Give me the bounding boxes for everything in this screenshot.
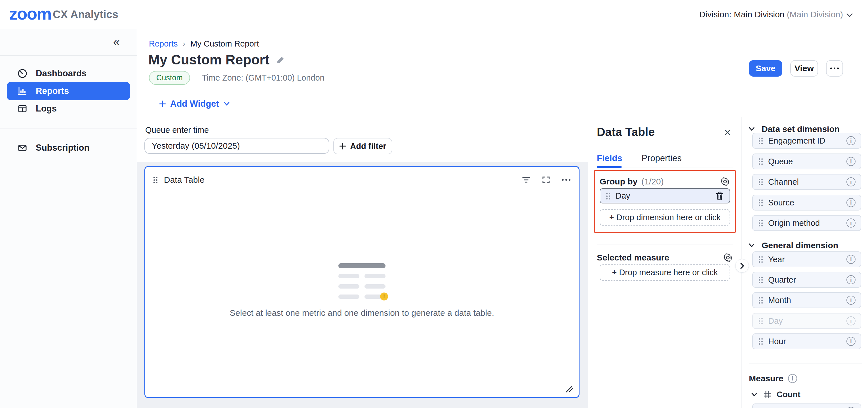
gauge-icon [17,67,28,80]
dimension-chip-month[interactable]: Month i [752,292,861,308]
general-dimension-label: General dimension [762,241,838,250]
info-icon[interactable]: i [846,177,856,186]
chevron-down-icon [748,127,755,132]
info-icon[interactable]: i [846,136,856,145]
dimension-chip-queue[interactable]: Queue i [752,154,861,169]
tab-active-indicator [597,166,622,168]
dimension-chip-quarter[interactable]: Quarter i [752,272,861,288]
widget-title: Data Table [164,175,205,185]
chip-label: Hour [768,337,786,346]
drag-handle-icon [758,256,763,263]
drop-dimension-zone[interactable]: + Drop dimension here or click [600,210,730,226]
resize-handle-icon[interactable] [564,384,574,394]
skeleton-bar-dark [338,263,385,268]
chip-label: Queue [768,157,793,166]
dimension-chip-engagement-id[interactable]: Engagement ID i [752,133,861,149]
trash-icon[interactable] [715,191,724,201]
add-filter-label: Add filter [350,142,386,151]
measure-label: Measure [749,374,783,383]
drag-handle-icon [758,219,763,227]
sidebar-item-dashboards[interactable]: Dashboards [7,64,130,83]
info-icon[interactable]: i [846,296,856,305]
sidebar-collapse-icon[interactable]: « [113,36,120,48]
breadcrumb-current: My Custom Report [190,39,259,49]
drop-measure-zone[interactable]: + Drop measure here or click [600,264,730,281]
more-options-button[interactable] [826,60,843,76]
data-table-widget[interactable]: Data Table ! Select at least one metric … [144,166,580,398]
chevron-down-icon [845,12,854,18]
zoom-logo: zoom [9,4,51,24]
info-icon[interactable]: i [846,157,856,166]
info-icon[interactable]: i [846,337,856,346]
dimension-chip-origin-method[interactable]: Origin method i [752,215,861,231]
view-button[interactable]: View [790,60,818,76]
page-meta-row: Custom Time Zone: (GMT+01:00) London [149,71,324,85]
panel-title: Data Table [597,125,655,139]
plus-icon [339,143,346,150]
measure-group-count[interactable]: Count [750,390,801,399]
chip-label: Year [768,255,785,264]
chip-label: Day [768,316,783,326]
save-button[interactable]: Save [749,60,782,76]
measure-header: Measure i [749,374,797,383]
plus-icon [159,100,166,107]
drag-handle-icon [758,338,763,345]
envelope-icon [17,142,28,154]
tab-properties[interactable]: Properties [642,153,682,168]
info-icon[interactable]: i [846,218,856,227]
drag-handle-icon[interactable] [606,192,611,200]
dataset-dimension-label: Data set dimension [762,124,840,134]
dimension-chip-year[interactable]: Year i [752,251,861,267]
chip-label: Channel [768,177,799,187]
timezone-label: Time Zone: (GMT+01:00) London [202,73,324,83]
info-icon[interactable]: i [846,255,856,264]
add-widget-label: Add Widget [170,99,219,109]
edit-pencil-icon[interactable] [276,55,285,65]
logo-divider [46,8,46,21]
group-by-count: (1/20) [641,177,663,186]
sidebar-item-subscription[interactable]: Subscription [7,139,130,157]
chevron-down-icon [223,101,230,106]
breadcrumb-reports-link[interactable]: Reports [149,39,178,49]
general-dimension-header[interactable]: General dimension [748,241,838,250]
sidebar-item-logs[interactable]: Logs [7,100,130,118]
division-label: Division: Main Division [699,10,784,19]
measure-chip-queue-offered[interactable]: Queue offered i [752,404,861,408]
drag-handle-icon[interactable] [153,176,158,184]
sidebar-item-label: Dashboards [36,68,87,79]
panel-collapse-button[interactable] [735,259,749,273]
dataset-dimension-header[interactable]: Data set dimension [748,124,840,134]
app-header: zoom CX Analytics Division: Main Divisio… [0,0,868,29]
expand-icon[interactable] [542,176,550,184]
chevron-down-icon [748,243,755,248]
widget-header: Data Table [153,174,571,186]
sidebar-divider [0,128,137,129]
gear-icon[interactable] [720,177,730,187]
gear-icon[interactable] [723,253,733,263]
chip-label: Quarter [768,275,796,285]
empty-state-graphic: ! [338,263,385,299]
info-icon[interactable]: i [846,198,856,207]
close-icon[interactable]: × [724,127,731,138]
group-by-day-chip[interactable]: Day [600,188,730,203]
dimension-chip-hour[interactable]: Hour i [752,334,861,349]
dimension-chip-source[interactable]: Source i [752,195,861,211]
info-icon[interactable]: i [846,275,856,284]
ellipsis-icon[interactable] [562,179,571,181]
add-filter-button[interactable]: Add filter [333,138,392,154]
day-chip-label: Day [616,191,630,200]
group-by-header: Group by (1/20) [600,177,730,187]
sidebar-item-reports[interactable]: Reports [7,82,130,100]
warning-badge: ! [380,292,388,301]
date-range-input[interactable]: Yesterday (05/10/2025) [144,138,329,154]
add-widget-button[interactable]: Add Widget [159,99,230,109]
sidebar: « Dashboards Reports Logs Subscription D… [0,29,137,408]
drag-handle-icon [758,296,763,304]
info-icon[interactable]: i [846,407,856,408]
drag-handle-icon [758,317,763,324]
dimension-chip-channel[interactable]: Channel i [752,174,861,190]
info-icon[interactable]: i [788,374,797,383]
chevron-down-icon [750,392,758,397]
division-selector[interactable]: Division: Main Division (Main Division) [699,10,843,19]
filter-icon[interactable] [522,176,530,184]
